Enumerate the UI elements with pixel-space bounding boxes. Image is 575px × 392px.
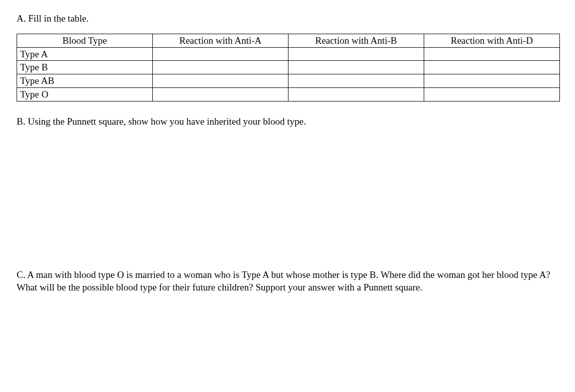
cell-anti-a [153,87,289,101]
header-anti-a: Reaction with Anti-A [153,34,289,47]
cell-anti-b [289,47,424,61]
cell-anti-a [153,61,289,74]
cell-anti-a [153,47,289,61]
row-label: Type AB [17,74,153,88]
cell-anti-d [424,47,560,61]
cell-anti-a [153,74,289,88]
cell-anti-d [424,87,560,101]
blood-type-table: Blood Type Reaction with Anti-A Reaction… [17,34,560,102]
section-c-text: C. A man with blood type O is married to… [17,269,560,293]
table-row: Type B [17,61,560,74]
header-anti-b: Reaction with Anti-B [289,34,424,47]
cell-anti-d [424,74,560,88]
header-blood-type: Blood Type [17,34,153,47]
row-label: Type A [17,47,153,61]
cell-anti-b [289,87,424,101]
row-label: Type O [17,87,153,101]
cell-anti-b [289,74,424,88]
table-row: Type AB [17,74,560,88]
cell-anti-b [289,61,424,74]
row-label: Type B [17,61,153,74]
table-row: Type A [17,47,560,61]
table-header-row: Blood Type Reaction with Anti-A Reaction… [17,34,560,47]
table-row: Type O [17,87,560,101]
header-anti-d: Reaction with Anti-D [424,34,560,47]
section-b-heading: B. Using the Punnett square, show how yo… [17,116,560,128]
section-a-heading: A. Fill in the table. [17,13,560,25]
cell-anti-d [424,61,560,74]
